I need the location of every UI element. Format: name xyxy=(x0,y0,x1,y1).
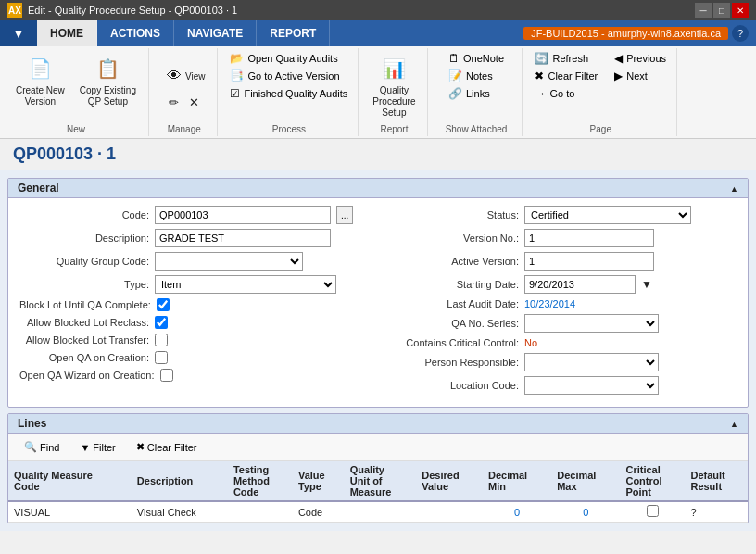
user-badge: JF-BUILD2015 - amurphy-win8.axentia.ca xyxy=(523,27,728,40)
col-testing-method-code: TestingMethodCode xyxy=(228,461,293,501)
lines-section: Lines 🔍 Find ▼ Filter ✖ Clear Filter Qua… xyxy=(7,413,749,523)
block-lot-checkbox[interactable] xyxy=(157,298,170,311)
go-to-active-version-label: Go to Active Version xyxy=(247,70,339,82)
go-to-active-version-button[interactable]: 📑 Go to Active Version xyxy=(225,68,352,84)
lines-collapse-button[interactable] xyxy=(730,417,738,430)
nav-bar: ▼ HOME ACTIONS NAVIGATE REPORT JF-BUILD2… xyxy=(0,20,756,46)
previous-button[interactable]: ◀ Previous xyxy=(610,50,671,67)
cell-testing-method-code xyxy=(228,501,293,523)
version-no-row: Version No.: xyxy=(389,229,737,247)
links-button[interactable]: 🔗 Links xyxy=(444,85,509,102)
window-controls[interactable]: ─ □ ✕ xyxy=(695,3,749,18)
code-row: Code: ... xyxy=(19,206,367,224)
ribbon-group-report: 📊 Quality Procedure Setup Report xyxy=(360,48,428,136)
person-responsible-select[interactable] xyxy=(524,353,659,371)
general-left-col: Code: ... Description: Quality Group Cod… xyxy=(19,206,367,399)
contains-critical-control-value: No xyxy=(524,337,537,348)
location-code-label: Location Code: xyxy=(389,380,519,391)
copy-existing-qp-label: Copy Existing QP Setup xyxy=(80,85,136,107)
allow-blocked-transfer-checkbox[interactable] xyxy=(155,334,168,346)
delete-icon: ✕ xyxy=(189,95,199,109)
copy-existing-qp-setup-button[interactable]: 📋 Copy Existing QP Setup xyxy=(73,50,143,111)
ribbon-group-new: 📄 Create New Version 📋 Copy Existing QP … xyxy=(4,48,149,136)
next-button[interactable]: ▶ Next xyxy=(610,68,671,84)
refresh-button[interactable]: 🔄 Refresh xyxy=(530,50,602,67)
block-lot-row: Block Lot Until QA Complete: xyxy=(19,298,367,311)
allow-blocked-reclass-label: Allow Blocked Lot Reclass: xyxy=(19,317,149,328)
open-qa-wizard-checkbox[interactable] xyxy=(160,369,173,382)
starting-date-calendar-icon[interactable]: ▼ xyxy=(641,278,652,291)
code-lookup-button[interactable]: ... xyxy=(336,206,353,224)
starting-date-input[interactable] xyxy=(524,275,636,294)
general-title: General xyxy=(18,182,59,195)
nav-tab-report[interactable]: REPORT xyxy=(257,20,330,46)
minimize-button[interactable]: ─ xyxy=(695,3,712,18)
active-version-input[interactable] xyxy=(524,252,654,271)
person-responsible-label: Person Responsible: xyxy=(389,357,519,368)
general-section-header: General xyxy=(8,179,748,198)
clear-filter-button[interactable]: ✖ Clear Filter xyxy=(530,68,602,84)
status-select[interactable]: Certified xyxy=(524,206,691,224)
cell-description: Visual Check xyxy=(132,501,228,523)
go-to-icon: → xyxy=(535,87,546,100)
close-button[interactable]: ✕ xyxy=(732,3,749,18)
open-qa-creation-checkbox[interactable] xyxy=(155,351,168,364)
col-desired-value: DesiredValue xyxy=(416,461,483,501)
status-row: Status: Certified xyxy=(389,206,737,224)
table-row[interactable]: VISUAL Visual Check Code 0 0 ? xyxy=(8,501,748,523)
notes-button[interactable]: 📝 Notes xyxy=(444,68,509,84)
general-collapse-button[interactable] xyxy=(730,182,738,195)
nav-tab-home[interactable]: HOME xyxy=(37,20,97,46)
cell-desired-value xyxy=(416,501,483,523)
copy-qp-icon: 📋 xyxy=(93,54,122,83)
go-to-button[interactable]: → Go to xyxy=(530,85,602,102)
view-label: View xyxy=(185,71,206,82)
code-label: Code: xyxy=(19,209,149,220)
qp-setup-report-icon: 📊 xyxy=(379,54,409,83)
clear-filter-label: Clear Filter xyxy=(548,70,598,82)
view-icon: 👁 xyxy=(163,65,185,87)
version-no-input[interactable] xyxy=(524,229,654,247)
quality-procedure-setup-button[interactable]: 📊 Quality Procedure Setup xyxy=(366,50,422,122)
lines-title: Lines xyxy=(18,417,46,430)
quality-group-code-select[interactable] xyxy=(155,252,303,271)
open-quality-audits-label: Open Quality Audits xyxy=(247,53,337,64)
clear-filter-lines-button[interactable]: ✖ Clear Filter xyxy=(130,438,204,456)
general-section-body: Code: ... Description: Quality Group Cod… xyxy=(8,198,748,407)
allow-blocked-reclass-checkbox[interactable] xyxy=(155,316,168,329)
one-note-button[interactable]: 🗒 OneNote xyxy=(444,50,509,67)
delete-icon-button[interactable]: ✕ xyxy=(185,93,204,112)
finished-quality-audits-button[interactable]: ☑ Finished Quality Audits xyxy=(225,85,352,102)
location-code-select[interactable] xyxy=(524,376,659,395)
type-select[interactable]: Item xyxy=(155,275,336,294)
starting-date-label: Starting Date: xyxy=(389,279,519,290)
code-input[interactable] xyxy=(155,206,331,224)
maximize-button[interactable]: □ xyxy=(713,3,730,18)
window-title: Edit - Quality Procedure Setup - QP00010… xyxy=(28,5,237,16)
col-value-type: ValueType xyxy=(293,461,345,501)
description-input[interactable] xyxy=(155,229,331,247)
help-icon[interactable]: ? xyxy=(732,25,749,42)
qa-no-series-row: QA No. Series: xyxy=(389,314,737,333)
links-label: Links xyxy=(466,88,490,99)
lines-toolbar: 🔍 Find ▼ Filter ✖ Clear Filter xyxy=(8,434,748,461)
one-note-label: OneNote xyxy=(463,53,504,64)
last-audit-date-link[interactable]: 10/23/2014 xyxy=(524,298,575,309)
col-quality-unit-of-measure: QualityUnit ofMeasure xyxy=(345,461,417,501)
open-quality-audits-button[interactable]: 📂 Open Quality Audits xyxy=(225,50,352,67)
version-no-label: Version No.: xyxy=(389,233,519,244)
next-label: Next xyxy=(626,70,648,82)
open-qa-creation-label: Open QA on Creation: xyxy=(19,352,149,363)
qa-no-series-select[interactable] xyxy=(524,314,659,333)
quality-group-code-label: Quality Group Code: xyxy=(19,256,149,267)
critical-control-checkbox[interactable] xyxy=(647,505,659,517)
view-button[interactable]: 👁 View xyxy=(157,61,212,91)
edit-icon-button[interactable]: ✏ xyxy=(165,93,183,112)
filter-button[interactable]: ▼ Filter xyxy=(73,439,121,456)
find-button[interactable]: 🔍 Find xyxy=(18,438,66,456)
col-quality-measure-code: Quality MeasureCode xyxy=(8,461,132,501)
block-lot-label: Block Lot Until QA Complete: xyxy=(19,299,151,310)
nav-tab-actions[interactable]: ACTIONS xyxy=(97,20,174,46)
create-new-version-button[interactable]: 📄 Create New Version xyxy=(9,50,71,111)
nav-tab-navigate[interactable]: NAVIGATE xyxy=(174,20,257,46)
